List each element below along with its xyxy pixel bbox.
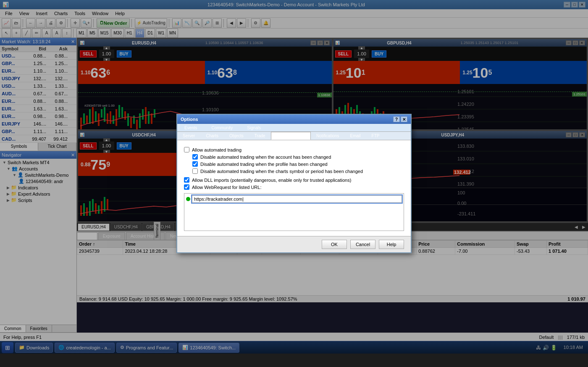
url-status-dot bbox=[186, 197, 190, 201]
dialog-tab-expert-advisors[interactable]: Expert Advisors bbox=[271, 132, 311, 140]
cb-profile-changed: Disable automated trading when the profi… bbox=[184, 161, 404, 167]
dialog-tab-trade[interactable]: Trade bbox=[249, 132, 271, 140]
cb-symbol-changed-input[interactable] bbox=[192, 168, 198, 174]
cb-dll-imports-label: Allow DLL imports (potentially dangerous… bbox=[192, 178, 351, 183]
cb-allow-automated-input[interactable] bbox=[184, 147, 189, 152]
dialog-tab-email[interactable]: Email bbox=[345, 132, 366, 140]
dialog-title-controls: ? ✕ bbox=[393, 116, 407, 122]
dialog-tab-events[interactable]: Events bbox=[177, 124, 205, 131]
dialog-title-text: Options bbox=[181, 117, 198, 122]
dialog-close-btn[interactable]: ✕ bbox=[401, 116, 407, 122]
dialog-title-bar: Options ? ✕ bbox=[177, 115, 411, 124]
dialog-cancel-btn[interactable]: Cancel bbox=[350, 240, 375, 249]
cb-allow-automated: Allow automated trading bbox=[184, 147, 404, 152]
dialog-help-btn[interactable]: ? bbox=[393, 116, 400, 122]
dialog-tab-objects[interactable]: Objects bbox=[224, 132, 249, 140]
options-dialog: Options ? ✕ Events Community Signals Ser… bbox=[176, 114, 412, 253]
cb-allow-automated-label: Allow automated trading bbox=[192, 147, 242, 152]
cb-account-changed-input[interactable] bbox=[192, 154, 198, 160]
url-area bbox=[184, 193, 404, 231]
dialog-footer: OK Cancel Help bbox=[177, 236, 411, 252]
dialog-ok-btn[interactable]: OK bbox=[322, 240, 347, 249]
dialog-tabs-row2: Server Charts Objects Trade Expert Advis… bbox=[177, 132, 411, 140]
dialog-tab-charts[interactable]: Charts bbox=[200, 132, 223, 140]
url-input-row bbox=[186, 195, 402, 203]
dialog-tabs-row1: Events Community Signals bbox=[177, 124, 411, 132]
cb-account-changed: Disable automated trading when the accou… bbox=[184, 154, 404, 160]
dialog-tab-ftp[interactable]: FTP bbox=[366, 132, 385, 140]
dialog-tab-server[interactable]: Server bbox=[177, 132, 200, 140]
cb-symbol-changed-label: Disable automated trading when the chart… bbox=[200, 169, 363, 174]
cb-dll-imports-input[interactable] bbox=[184, 177, 189, 183]
cb-account-changed-label: Disable automated trading when the accou… bbox=[200, 155, 331, 160]
cb-webrequest-input[interactable] bbox=[184, 184, 189, 190]
url-text-input[interactable] bbox=[192, 195, 402, 203]
dialog-help-button[interactable]: Help bbox=[379, 240, 404, 249]
dialog-overlay: Options ? ✕ Events Community Signals Ser… bbox=[0, 0, 588, 367]
dialog-content: Allow automated trading Disable automate… bbox=[177, 140, 411, 236]
dialog-tab-signals[interactable]: Signals bbox=[240, 124, 268, 131]
cb-profile-changed-input[interactable] bbox=[192, 161, 198, 167]
dialog-tab-community[interactable]: Community bbox=[205, 124, 240, 131]
cb-profile-changed-label: Disable automated trading when the profi… bbox=[200, 162, 328, 167]
cb-webrequest-label: Allow WebRequest for listed URL: bbox=[192, 185, 261, 190]
cb-webrequest: Allow WebRequest for listed URL: bbox=[184, 184, 404, 190]
dialog-tab-notifications[interactable]: Notifications bbox=[311, 132, 344, 140]
cb-dll-imports: Allow DLL imports (potentially dangerous… bbox=[184, 177, 404, 183]
cb-symbol-changed: Disable automated trading when the chart… bbox=[184, 168, 404, 174]
